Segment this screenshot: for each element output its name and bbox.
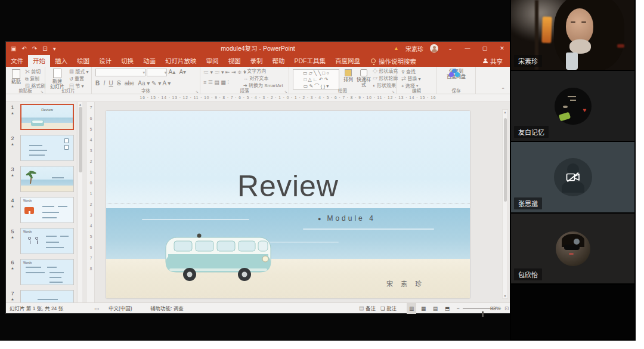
- close-button[interactable]: ✕: [497, 45, 507, 51]
- zoom-out-button[interactable]: −: [457, 303, 460, 314]
- tab-design[interactable]: 设计: [94, 55, 116, 67]
- paragraph-row-2[interactable]: ≡ ☰ ▤ ▦ ⫶: [203, 79, 229, 86]
- slide-author-text[interactable]: 宋 素 珍: [386, 279, 425, 288]
- slide-scrollbar[interactable]: ▲ ▼: [502, 109, 508, 299]
- text-direction-button[interactable]: ↕ 文字方向: [243, 68, 266, 75]
- slide-thumbnail-3[interactable]: [20, 166, 74, 192]
- underline-button[interactable]: U: [109, 80, 113, 87]
- tab-transitions[interactable]: 切换: [116, 55, 138, 67]
- camera-off-icon: [566, 172, 580, 183]
- zoom-slider-knob[interactable]: [482, 311, 484, 317]
- maximize-button[interactable]: ▢: [479, 45, 490, 51]
- grow-font-button[interactable]: A▴: [168, 69, 175, 76]
- scrollbar-thumb[interactable]: [504, 118, 507, 202]
- account-avatar[interactable]: [430, 44, 438, 52]
- ribbon-display-options-icon[interactable]: ⌄: [445, 45, 456, 51]
- comments-button[interactable]: ❏ 批注: [380, 303, 397, 314]
- warning-icon[interactable]: ▲: [394, 45, 399, 51]
- vertical-ruler[interactable]: 7 6 5 4 3 2 1 0 1 2 3 4 5 6 7 8: [87, 102, 95, 302]
- shapes-gallery[interactable]: ▭ ▱ ╲ ╲ □ ○ □ △ ∟ ↶ ↷ ▭ ✎ ⌒ { } ▾: [293, 69, 339, 89]
- paste-button[interactable]: 粘贴: [8, 69, 24, 85]
- paragraph-dialog-launcher-icon[interactable]: ⇘: [284, 89, 287, 94]
- font-dialog-launcher-icon[interactable]: ⇘: [196, 89, 199, 94]
- abc-effects-button[interactable]: abc: [125, 80, 134, 87]
- view-normal-button[interactable]: ▥: [407, 303, 416, 314]
- accessibility-status[interactable]: 辅助功能: 调查: [150, 303, 184, 314]
- scroll-up-icon[interactable]: ▲: [503, 110, 507, 114]
- view-slideshow-button[interactable]: ⬒: [442, 303, 452, 314]
- layout-button[interactable]: ▦ 版式 ▾: [69, 69, 88, 76]
- find-button[interactable]: ⚲ 查找: [401, 69, 416, 76]
- tab-slideshow[interactable]: 幻灯片放映: [160, 55, 202, 67]
- tell-me-search[interactable]: 操作说明搜索: [365, 55, 422, 67]
- collapse-ribbon-icon[interactable]: ⌃: [501, 87, 505, 92]
- reset-button[interactable]: ↺ 重置: [69, 76, 84, 83]
- italic-button[interactable]: I: [103, 80, 105, 87]
- participant-video-tile[interactable]: ♥ 友白记忆: [511, 71, 634, 141]
- slide-thumbnail-6[interactable]: Words: [20, 259, 74, 285]
- tab-baidu-netdisk[interactable]: 百度网盘: [330, 55, 365, 67]
- slide-canvas[interactable]: Review ●Module 4 宋 素: [106, 111, 470, 298]
- minimize-button[interactable]: —: [462, 45, 473, 51]
- cut-button[interactable]: ✂ 剪切: [25, 69, 41, 76]
- arrange-button[interactable]: 排列: [342, 69, 355, 82]
- tab-draw[interactable]: 绘图: [72, 55, 94, 67]
- align-text-button[interactable]: ↔ 对齐文本: [243, 75, 268, 82]
- scroll-up-icon[interactable]: ▲: [78, 103, 83, 106]
- participant-video-tile[interactable]: 包欣怡: [511, 214, 634, 283]
- replace-button[interactable]: ⇄ 替换 ▾: [401, 76, 420, 83]
- font-misc-buttons[interactable]: Aa ▾ ✎ ▾ A ▾: [138, 80, 171, 87]
- tab-animations[interactable]: 动画: [138, 55, 160, 67]
- tab-record[interactable]: 录制: [246, 55, 268, 67]
- paragraph-row-1[interactable]: ≔ ▾ ≕ ▾ ⇤ ⇥ ≑ ▾: [203, 69, 246, 76]
- account-name[interactable]: 宋素珍: [405, 44, 423, 53]
- slide-number-status[interactable]: 幻灯片 第 1 张, 共 24 张: [10, 303, 63, 314]
- clipboard-dialog-launcher-icon[interactable]: ⇘: [41, 89, 44, 94]
- tab-pdf-tools[interactable]: PDF工具集: [290, 55, 331, 67]
- participant-video-tile-empty[interactable]: [511, 285, 634, 339]
- thumbnail-scrollbar[interactable]: ▲: [77, 102, 82, 302]
- slide-subtitle-text[interactable]: ●Module 4: [318, 214, 376, 223]
- slide-thumbnail-5[interactable]: Words: [20, 228, 74, 254]
- view-slide-sorter-button[interactable]: ▦: [419, 303, 428, 314]
- new-slide-button[interactable]: 新建 幻灯片: [47, 69, 67, 89]
- strikethrough-button[interactable]: S: [117, 80, 121, 87]
- notes-button[interactable]: ▤ 备注: [359, 303, 376, 314]
- tab-file[interactable]: 文件: [6, 55, 28, 67]
- slide-thumbnail-7[interactable]: [20, 290, 74, 302]
- bold-button[interactable]: B: [95, 80, 100, 87]
- scrollbar-thumb[interactable]: [79, 107, 82, 172]
- slide-thumbnail-1[interactable]: Review: [20, 104, 74, 130]
- zoom-percentage[interactable]: 83%: [490, 303, 500, 314]
- shape-fill-button[interactable]: ◇ 形状填充: [373, 68, 398, 75]
- font-name-combo[interactable]: ▾: [95, 69, 145, 76]
- fit-to-window-icon[interactable]: ⊡: [504, 303, 509, 314]
- shrink-font-button[interactable]: A▾: [179, 69, 186, 76]
- shape-outline-button[interactable]: ▱ 形状轮廓: [373, 75, 398, 82]
- save-to-baidu-button[interactable]: 保存到 百度网盘: [442, 69, 470, 79]
- tab-home[interactable]: 开始: [28, 55, 50, 67]
- horizontal-ruler[interactable]: 16 · 15 · 14 · 13 · 12 · 11 · 10 · 9 · 8…: [6, 94, 510, 102]
- thumb-5-number: 5★: [7, 228, 18, 240]
- share-button[interactable]: 共享: [476, 55, 510, 67]
- slide-title-text[interactable]: Review: [106, 171, 470, 202]
- copy-icon: ⧉: [25, 76, 29, 82]
- tab-view[interactable]: 视图: [224, 55, 246, 67]
- view-reading-button[interactable]: ▤: [431, 303, 440, 314]
- scroll-down-icon[interactable]: ▼: [503, 294, 507, 298]
- drawing-dialog-launcher-icon[interactable]: ⇘: [392, 89, 395, 94]
- display-settings-icon[interactable]: ▭: [94, 303, 99, 314]
- tab-insert[interactable]: 插入: [50, 55, 72, 67]
- participant-video-tile[interactable]: 宋素珍: [511, 0, 634, 70]
- font-size-combo[interactable]: ▾: [147, 69, 167, 76]
- avatar: [556, 231, 590, 266]
- participant-video-tile[interactable]: 张思邈: [511, 142, 634, 212]
- tab-review[interactable]: 审阅: [202, 55, 224, 67]
- slide-thumbnail-2[interactable]: [20, 135, 74, 161]
- copy-button[interactable]: ⧉ 复制: [25, 76, 39, 83]
- video-art: [581, 21, 586, 23]
- tab-help[interactable]: 帮助: [268, 55, 290, 67]
- language-status[interactable]: 中文(中国): [109, 303, 132, 314]
- slide-thumbnail-4[interactable]: Words: [20, 197, 74, 223]
- quick-styles-button[interactable]: 快速样式: [356, 69, 371, 88]
